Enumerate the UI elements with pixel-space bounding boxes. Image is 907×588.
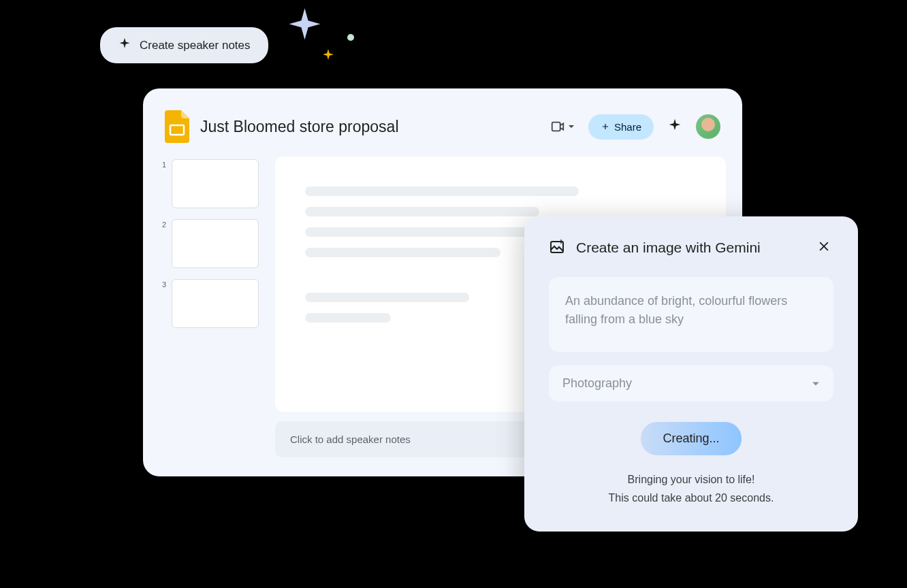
user-avatar[interactable] xyxy=(696,114,720,139)
slides-app-icon xyxy=(165,110,189,143)
placeholder-line xyxy=(305,313,391,323)
thumb-number: 1 xyxy=(159,159,166,169)
status-text: Bringing your vision to life! This could… xyxy=(549,470,833,507)
thumb-number: 3 xyxy=(159,279,166,289)
create-speaker-notes-chip[interactable]: Create speaker notes xyxy=(100,27,268,63)
image-sparkle-icon xyxy=(549,238,565,257)
slide-thumbnails: 1 2 3 xyxy=(159,157,259,474)
sparkle-icon xyxy=(667,118,682,133)
header-actions: Share xyxy=(550,114,720,140)
sparkle-dot-icon xyxy=(347,34,354,41)
sparkle-icon xyxy=(118,37,131,54)
status-line: Bringing your vision to life! xyxy=(549,470,833,489)
chevron-down-icon xyxy=(812,380,820,388)
placeholder-line xyxy=(305,248,500,257)
creating-status-pill: Creating... xyxy=(641,422,741,455)
placeholder-line xyxy=(305,186,579,196)
style-select[interactable]: Photography xyxy=(549,365,833,402)
video-icon xyxy=(550,119,565,134)
slide-thumbnail[interactable] xyxy=(172,219,259,268)
thumb-number: 2 xyxy=(159,219,166,229)
share-label: Share xyxy=(614,121,641,133)
style-value: Photography xyxy=(562,376,632,391)
prompt-input[interactable]: An abundance of bright, colourful flower… xyxy=(549,277,833,352)
app-header: Just Bloomed store proposal Share xyxy=(159,105,726,157)
thumb-row: 1 xyxy=(159,159,259,208)
close-icon xyxy=(817,240,831,253)
placeholder-line xyxy=(305,207,539,216)
sparkle-decoration-icon xyxy=(286,7,323,47)
close-button[interactable] xyxy=(814,237,833,258)
status-line: This could take about 20 seconds. xyxy=(549,489,833,507)
sparkle-decoration-small-icon xyxy=(320,48,336,67)
placeholder-line xyxy=(305,293,469,302)
document-title[interactable]: Just Bloomed store proposal xyxy=(200,118,539,136)
gemini-image-panel: Create an image with Gemini An abundance… xyxy=(524,216,858,532)
thumb-row: 2 xyxy=(159,219,259,268)
plus-icon xyxy=(601,122,610,131)
gemini-button[interactable] xyxy=(667,118,682,135)
panel-header: Create an image with Gemini xyxy=(549,237,833,258)
thumb-row: 3 xyxy=(159,279,259,328)
share-button[interactable]: Share xyxy=(588,114,654,140)
slide-thumbnail[interactable] xyxy=(172,159,259,208)
video-call-button[interactable] xyxy=(550,119,575,134)
panel-title: Create an image with Gemini xyxy=(576,240,803,256)
chip-label: Create speaker notes xyxy=(140,39,251,52)
chevron-down-icon xyxy=(568,123,575,130)
slide-thumbnail[interactable] xyxy=(172,279,259,328)
